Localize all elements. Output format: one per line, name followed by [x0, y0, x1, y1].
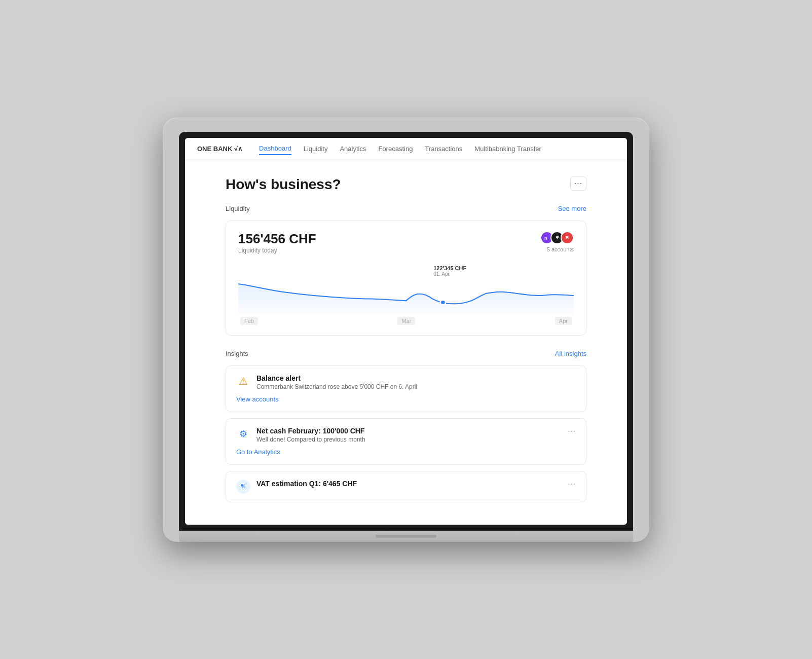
x-label-mar: Mar	[397, 317, 415, 325]
main-content: How's business? ··· Liquidity See more 1…	[185, 160, 627, 525]
nav-bar: ONE BANK √∧ Dashboard Liquidity Analytic…	[185, 138, 627, 160]
chart-svg	[238, 264, 574, 315]
avatar-3: R	[561, 231, 574, 244]
laptop-outer: ONE BANK √∧ Dashboard Liquidity Analytic…	[163, 118, 649, 542]
liquidity-top: 156'456 CHF Liquidity today n ❄ R	[238, 231, 574, 262]
tooltip-date: 01. Apr.	[433, 271, 466, 277]
nav-item-multibanking[interactable]: Multibabnking Transfer	[474, 143, 541, 155]
x-label-feb: Feb	[240, 317, 258, 325]
insight-card-vat-header: % VAT estimation Q1: 6'465 CHF	[236, 480, 568, 494]
laptop-base	[179, 531, 633, 542]
nav-item-analytics[interactable]: Analytics	[340, 143, 366, 155]
insight-card-vat-row: % VAT estimation Q1: 6'465 CHF ···	[236, 480, 576, 498]
net-cash-desc: Well done! Compared to previous month	[256, 436, 568, 443]
balance-alert-title: Balance alert	[256, 374, 576, 382]
view-accounts-link[interactable]: View accounts	[236, 395, 279, 403]
nav-logo: ONE BANK √∧	[197, 145, 243, 153]
net-cash-title: Net cash February: 100'000 CHF	[256, 427, 568, 435]
x-label-apr: Apr	[555, 317, 572, 325]
insights-label: Insights	[226, 350, 248, 357]
insight-card-balance-header: ⚠ Balance alert Commerbank Switzerland r…	[236, 374, 576, 390]
insight-card-net-cash-header: ⚙ Net cash February: 100'000 CHF Well do…	[236, 427, 568, 443]
nav-item-transactions[interactable]: Transactions	[425, 143, 462, 155]
insight-card-balance-alert: ⚠ Balance alert Commerbank Switzerland r…	[226, 365, 586, 412]
vat-more-button[interactable]: ···	[568, 480, 576, 489]
insight-text-vat: VAT estimation Q1: 6'465 CHF	[256, 480, 568, 489]
insight-card-net-cash-row: ⚙ Net cash February: 100'000 CHF Well do…	[236, 427, 576, 447]
liquidity-see-more[interactable]: See more	[558, 205, 586, 212]
vat-title: VAT estimation Q1: 6'465 CHF	[256, 480, 568, 488]
more-button[interactable]: ···	[570, 176, 586, 191]
laptop-hinge	[376, 535, 436, 538]
laptop-screen: ONE BANK √∧ Dashboard Liquidity Analytic…	[185, 138, 627, 525]
insight-text-balance: Balance alert Commerbank Switzerland ros…	[256, 374, 576, 390]
avatar-section: n ❄ R 5 accounts	[540, 231, 574, 252]
accounts-label: 5 accounts	[547, 246, 574, 252]
gear-icon: ⚙	[236, 427, 250, 441]
liquidity-section-header: Liquidity See more	[226, 205, 586, 212]
insight-text-net-cash: Net cash February: 100'000 CHF Well done…	[256, 427, 568, 443]
page-title: How's business?	[226, 176, 341, 193]
insights-section: Insights All insights ⚠ Balance alert Co…	[226, 350, 586, 502]
laptop-screen-bezel: ONE BANK √∧ Dashboard Liquidity Analytic…	[179, 132, 633, 531]
nav-item-dashboard[interactable]: Dashboard	[259, 142, 291, 155]
insight-card-net-cash: ⚙ Net cash February: 100'000 CHF Well do…	[226, 418, 586, 465]
all-insights-link[interactable]: All insights	[555, 350, 586, 357]
insight-card-vat: % VAT estimation Q1: 6'465 CHF ···	[226, 471, 586, 502]
liquidity-label: Liquidity	[226, 205, 250, 212]
net-cash-more-button[interactable]: ···	[568, 427, 576, 436]
svg-point-1	[440, 300, 446, 305]
insights-section-header: Insights All insights	[226, 350, 586, 357]
vat-icon: %	[236, 480, 250, 494]
nav-item-liquidity[interactable]: Liquidity	[304, 143, 328, 155]
chart-tooltip: 122'345 CHF 01. Apr.	[433, 265, 466, 277]
balance-alert-desc: Commerbank Switzerland rose above 5'000 …	[256, 383, 576, 390]
chart-x-labels: Feb Mar Apr	[238, 317, 574, 325]
go-to-analytics-link[interactable]: Go to Analytics	[236, 448, 280, 456]
svg-text:n: n	[544, 236, 547, 241]
liquidity-chart: 122'345 CHF 01. Apr.	[238, 264, 574, 315]
liquidity-amount: 156'456 CHF	[238, 231, 316, 247]
page-header: How's business? ···	[226, 176, 586, 193]
liquidity-subtitle: Liquidity today	[238, 247, 316, 254]
warning-icon: ⚠	[236, 374, 250, 388]
liquidity-card: 156'456 CHF Liquidity today n ❄ R	[226, 221, 586, 336]
nav-item-forecasting[interactable]: Forecasting	[378, 143, 413, 155]
tooltip-value: 122'345 CHF	[433, 265, 466, 271]
avatar-group: n ❄ R	[540, 231, 574, 244]
